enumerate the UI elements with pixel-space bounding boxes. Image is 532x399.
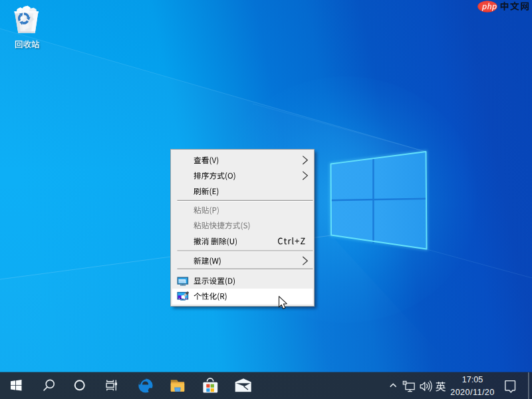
svg-text:17:05: 17:05 xyxy=(462,375,483,384)
svg-text:2020/11/20: 2020/11/20 xyxy=(450,388,495,397)
